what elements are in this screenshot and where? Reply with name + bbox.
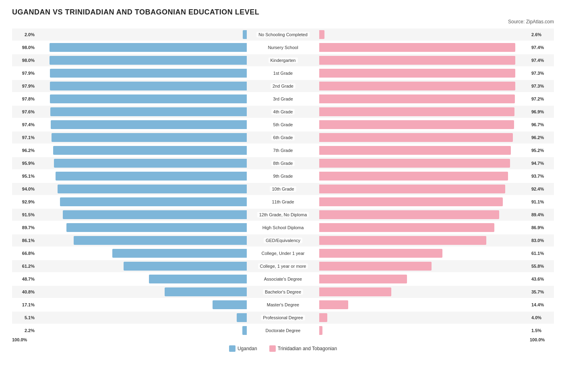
left-bar <box>243 30 247 39</box>
bar-row: 91.5% 12th Grade, No Diploma 89.4% <box>12 209 554 221</box>
center-label-wrap: Doctorate Degree <box>247 328 319 333</box>
right-bar-container <box>319 222 530 234</box>
left-value: 89.7% <box>12 225 36 230</box>
right-bar <box>319 107 514 116</box>
right-bar <box>319 69 515 78</box>
source-label: Source: ZipAtlas.com <box>12 19 554 25</box>
education-level-label: 4th Grade <box>271 109 295 115</box>
right-bar-container <box>319 324 530 337</box>
legend-ugandan: Ugandan <box>229 345 257 352</box>
center-label-wrap: 11th Grade <box>247 199 319 205</box>
right-bar-container <box>319 286 530 298</box>
left-value: 97.6% <box>12 109 36 114</box>
left-value: 61.2% <box>12 264 36 269</box>
bar-row: 5.1% Professional Degree 4.0% <box>12 312 554 324</box>
right-bar <box>319 56 515 65</box>
center-label-wrap: 6th Grade <box>247 135 319 140</box>
legend-row: Ugandan Trinidadian and Tobagonian <box>12 345 554 352</box>
right-bar-container <box>319 312 530 324</box>
left-bar <box>50 43 247 52</box>
center-label-wrap: Master's Degree <box>247 302 319 308</box>
left-bar <box>50 69 247 78</box>
right-bar-container <box>319 260 530 272</box>
left-bar-container <box>36 106 247 118</box>
bar-row: 97.8% 3rd Grade 97.2% <box>12 93 554 105</box>
education-level-label: 8th Grade <box>271 160 295 166</box>
left-bar-container <box>36 119 247 131</box>
right-bar <box>319 223 494 232</box>
bar-row: 40.8% Bachelor's Degree 35.7% <box>12 286 554 298</box>
right-value: 93.7% <box>530 174 554 179</box>
left-value: 91.5% <box>12 212 36 217</box>
right-value: 96.2% <box>530 135 554 140</box>
left-value: 5.1% <box>12 315 36 320</box>
right-value: 2.6% <box>530 32 554 37</box>
right-bar <box>319 43 515 52</box>
right-bar <box>319 313 327 322</box>
bar-row: 66.8% College, Under 1 year 61.1% <box>12 247 554 259</box>
bar-row: 61.2% College, 1 year or more 55.8% <box>12 260 554 272</box>
left-bar-container <box>36 183 247 195</box>
bar-row: 97.6% 4th Grade 96.9% <box>12 106 554 118</box>
right-value: 95.2% <box>530 148 554 153</box>
legend-ugandan-label: Ugandan <box>238 346 257 351</box>
left-bar-container <box>36 41 247 53</box>
bar-row: 48.7% Associate's Degree 43.6% <box>12 273 554 285</box>
left-bar <box>56 172 247 181</box>
right-bar <box>319 133 513 142</box>
left-bar <box>50 94 247 103</box>
education-level-label: Professional Degree <box>261 315 305 320</box>
right-value: 97.3% <box>530 71 554 76</box>
right-value: 83.0% <box>530 238 554 243</box>
bar-row: 95.1% 9th Grade 93.7% <box>12 170 554 182</box>
left-bar <box>60 197 247 206</box>
right-bar-container <box>319 67 530 79</box>
bar-row: 97.9% 2nd Grade 97.3% <box>12 80 554 92</box>
right-bar <box>319 236 486 245</box>
bar-row: 96.2% 7th Grade 95.2% <box>12 144 554 156</box>
right-bar <box>319 210 499 219</box>
bar-row: 97.9% 1st Grade 97.3% <box>12 67 554 79</box>
left-bar-container <box>36 247 247 259</box>
center-label-wrap: 10th Grade <box>247 186 319 192</box>
center-label-wrap: 1st Grade <box>247 70 319 76</box>
left-value: 40.8% <box>12 289 36 294</box>
left-value: 17.1% <box>12 302 36 307</box>
left-bar-container <box>36 312 247 324</box>
center-label-wrap: No Schooling Completed <box>247 32 319 37</box>
center-label-wrap: High School Diploma <box>247 225 319 230</box>
center-label-wrap: Bachelor's Degree <box>247 289 319 295</box>
bar-row: 97.4% 5th Grade 96.7% <box>12 119 554 131</box>
left-value: 2.2% <box>12 328 36 333</box>
center-label-wrap: 5th Grade <box>247 122 319 127</box>
education-level-label: 9th Grade <box>271 173 295 179</box>
left-bar <box>54 159 247 168</box>
education-level-label: Master's Degree <box>265 302 301 308</box>
right-bar <box>319 120 514 129</box>
education-level-label: 10th Grade <box>270 186 296 192</box>
right-value: 86.9% <box>530 225 554 230</box>
education-level-label: Associate's Degree <box>262 276 304 282</box>
right-value: 1.5% <box>530 328 554 333</box>
education-level-label: College, Under 1 year <box>259 250 306 256</box>
right-bar <box>319 300 348 309</box>
right-bar-container <box>319 54 530 66</box>
right-bar <box>319 82 515 90</box>
left-bar <box>50 56 247 65</box>
right-bar-container <box>319 234 530 246</box>
bar-row: 86.1% GED/Equivalency 83.0% <box>12 234 554 246</box>
bar-row: 98.0% Nursery School 97.4% <box>12 41 554 53</box>
right-bar <box>319 94 515 103</box>
left-bar-container <box>36 54 247 66</box>
left-bar <box>66 223 247 232</box>
right-bar <box>319 159 510 168</box>
education-level-label: 5th Grade <box>271 122 295 127</box>
right-bar-container <box>319 183 530 195</box>
bar-row: 92.9% 11th Grade 91.1% <box>12 196 554 208</box>
right-value: 35.7% <box>530 289 554 294</box>
left-bar <box>50 107 247 116</box>
left-value: 98.0% <box>12 58 36 63</box>
left-bar-container <box>36 234 247 246</box>
right-bar-container <box>319 106 530 118</box>
right-bar-container <box>319 119 530 131</box>
